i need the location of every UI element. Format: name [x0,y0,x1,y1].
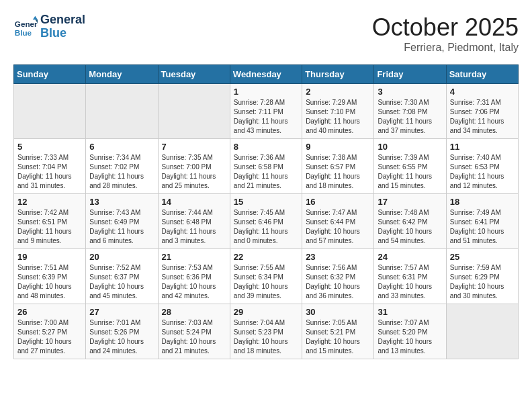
day-info: Sunrise: 7:39 AM Sunset: 6:55 PM Dayligh… [378,153,442,191]
day-number: 23 [306,252,370,262]
day-number: 22 [234,252,298,262]
day-info: Sunrise: 7:40 AM Sunset: 6:53 PM Dayligh… [450,153,515,191]
day-info: Sunrise: 7:30 AM Sunset: 7:08 PM Dayligh… [378,98,442,136]
weekday-header-row: SundayMondayTuesdayWednesdayThursdayFrid… [14,65,519,84]
day-info: Sunrise: 7:45 AM Sunset: 6:46 PM Dayligh… [234,208,298,246]
day-info: Sunrise: 7:34 AM Sunset: 7:02 PM Dayligh… [89,153,154,191]
day-number: 28 [162,307,226,317]
calendar-cell: 29Sunrise: 7:04 AM Sunset: 5:23 PM Dayli… [230,304,302,359]
calendar-cell: 16Sunrise: 7:47 AM Sunset: 6:44 PM Dayli… [302,194,374,249]
day-info: Sunrise: 7:57 AM Sunset: 6:31 PM Dayligh… [378,263,442,301]
calendar-cell: 7Sunrise: 7:35 AM Sunset: 7:00 PM Daylig… [158,139,230,194]
week-row-2: 5Sunrise: 7:33 AM Sunset: 7:04 PM Daylig… [14,139,519,194]
day-info: Sunrise: 7:00 AM Sunset: 5:27 PM Dayligh… [17,318,82,356]
calendar-cell: 5Sunrise: 7:33 AM Sunset: 7:04 PM Daylig… [14,139,86,194]
day-number: 8 [234,142,298,152]
calendar-cell: 14Sunrise: 7:44 AM Sunset: 6:48 PM Dayli… [158,194,230,249]
day-number: 14 [162,197,226,207]
day-number: 2 [306,87,370,97]
day-number: 16 [306,197,370,207]
month-title: October 2025 [372,13,519,42]
day-info: Sunrise: 7:03 AM Sunset: 5:24 PM Dayligh… [162,318,226,356]
calendar-cell: 25Sunrise: 7:59 AM Sunset: 6:29 PM Dayli… [446,249,518,304]
day-number: 1 [234,87,298,97]
day-number: 15 [234,197,298,207]
day-number: 19 [17,252,82,262]
logo: General Blue General Blue [13,13,85,40]
calendar-cell: 6Sunrise: 7:34 AM Sunset: 7:02 PM Daylig… [86,139,158,194]
svg-text:Blue: Blue [15,28,32,36]
day-info: Sunrise: 7:28 AM Sunset: 7:11 PM Dayligh… [234,98,298,136]
day-info: Sunrise: 7:31 AM Sunset: 7:06 PM Dayligh… [450,98,515,136]
calendar-cell: 21Sunrise: 7:53 AM Sunset: 6:36 PM Dayli… [158,249,230,304]
weekday-header-saturday: Saturday [446,65,518,84]
calendar-cell [446,304,518,359]
day-number: 12 [17,197,82,207]
calendar-cell: 30Sunrise: 7:05 AM Sunset: 5:21 PM Dayli… [302,304,374,359]
day-number: 31 [378,307,442,317]
day-info: Sunrise: 7:56 AM Sunset: 6:32 PM Dayligh… [306,263,370,301]
calendar-cell: 15Sunrise: 7:45 AM Sunset: 6:46 PM Dayli… [230,194,302,249]
day-info: Sunrise: 7:29 AM Sunset: 7:10 PM Dayligh… [306,98,370,136]
weekday-header-wednesday: Wednesday [230,65,302,84]
logo-general: General [40,13,85,27]
day-number: 5 [17,142,82,152]
day-number: 13 [89,197,154,207]
day-info: Sunrise: 7:48 AM Sunset: 6:42 PM Dayligh… [378,208,442,246]
calendar-cell: 4Sunrise: 7:31 AM Sunset: 7:06 PM Daylig… [446,84,518,139]
weekday-header-sunday: Sunday [14,65,86,84]
day-number: 11 [450,142,515,152]
day-info: Sunrise: 7:51 AM Sunset: 6:39 PM Dayligh… [17,263,82,301]
day-number: 27 [89,307,154,317]
day-number: 6 [89,142,154,152]
weekday-header-thursday: Thursday [302,65,374,84]
day-info: Sunrise: 7:07 AM Sunset: 5:20 PM Dayligh… [378,318,442,356]
week-row-4: 19Sunrise: 7:51 AM Sunset: 6:39 PM Dayli… [14,249,519,304]
day-number: 20 [89,252,154,262]
day-info: Sunrise: 7:47 AM Sunset: 6:44 PM Dayligh… [306,208,370,246]
calendar-cell: 27Sunrise: 7:01 AM Sunset: 5:26 PM Dayli… [86,304,158,359]
title-block: October 2025 Ferriera, Piedmont, Italy [372,13,519,54]
day-info: Sunrise: 7:04 AM Sunset: 5:23 PM Dayligh… [234,318,298,356]
day-number: 21 [162,252,226,262]
day-info: Sunrise: 7:38 AM Sunset: 6:57 PM Dayligh… [306,153,370,191]
calendar-cell: 23Sunrise: 7:56 AM Sunset: 6:32 PM Dayli… [302,249,374,304]
calendar-cell [14,84,86,139]
calendar-cell: 28Sunrise: 7:03 AM Sunset: 5:24 PM Dayli… [158,304,230,359]
day-number: 17 [378,197,442,207]
calendar-cell: 26Sunrise: 7:00 AM Sunset: 5:27 PM Dayli… [14,304,86,359]
day-info: Sunrise: 7:53 AM Sunset: 6:36 PM Dayligh… [162,263,226,301]
weekday-header-monday: Monday [86,65,158,84]
page-header: General Blue General Blue October 2025 F… [13,13,519,54]
weekday-header-tuesday: Tuesday [158,65,230,84]
calendar-cell: 24Sunrise: 7:57 AM Sunset: 6:31 PM Dayli… [374,249,446,304]
day-number: 9 [306,142,370,152]
week-row-5: 26Sunrise: 7:00 AM Sunset: 5:27 PM Dayli… [14,304,519,359]
calendar-cell: 11Sunrise: 7:40 AM Sunset: 6:53 PM Dayli… [446,139,518,194]
day-info: Sunrise: 7:52 AM Sunset: 6:37 PM Dayligh… [89,263,154,301]
calendar-cell: 2Sunrise: 7:29 AM Sunset: 7:10 PM Daylig… [302,84,374,139]
calendar-cell: 1Sunrise: 7:28 AM Sunset: 7:11 PM Daylig… [230,84,302,139]
day-number: 24 [378,252,442,262]
calendar-cell: 9Sunrise: 7:38 AM Sunset: 6:57 PM Daylig… [302,139,374,194]
day-info: Sunrise: 7:43 AM Sunset: 6:49 PM Dayligh… [89,208,154,246]
day-number: 26 [17,307,82,317]
logo-icon: General Blue [13,15,38,39]
calendar-cell: 18Sunrise: 7:49 AM Sunset: 6:41 PM Dayli… [446,194,518,249]
calendar-cell: 20Sunrise: 7:52 AM Sunset: 6:37 PM Dayli… [86,249,158,304]
day-info: Sunrise: 7:59 AM Sunset: 6:29 PM Dayligh… [450,263,515,301]
day-info: Sunrise: 7:05 AM Sunset: 5:21 PM Dayligh… [306,318,370,356]
calendar-cell: 10Sunrise: 7:39 AM Sunset: 6:55 PM Dayli… [374,139,446,194]
calendar-cell: 8Sunrise: 7:36 AM Sunset: 6:58 PM Daylig… [230,139,302,194]
calendar-table: SundayMondayTuesdayWednesdayThursdayFrid… [13,64,519,359]
day-number: 10 [378,142,442,152]
calendar-cell [158,84,230,139]
calendar-cell: 13Sunrise: 7:43 AM Sunset: 6:49 PM Dayli… [86,194,158,249]
day-number: 29 [234,307,298,317]
day-info: Sunrise: 7:01 AM Sunset: 5:26 PM Dayligh… [89,318,154,356]
day-info: Sunrise: 7:36 AM Sunset: 6:58 PM Dayligh… [234,153,298,191]
day-info: Sunrise: 7:55 AM Sunset: 6:34 PM Dayligh… [234,263,298,301]
calendar-cell: 19Sunrise: 7:51 AM Sunset: 6:39 PM Dayli… [14,249,86,304]
day-info: Sunrise: 7:42 AM Sunset: 6:51 PM Dayligh… [17,208,82,246]
day-number: 30 [306,307,370,317]
